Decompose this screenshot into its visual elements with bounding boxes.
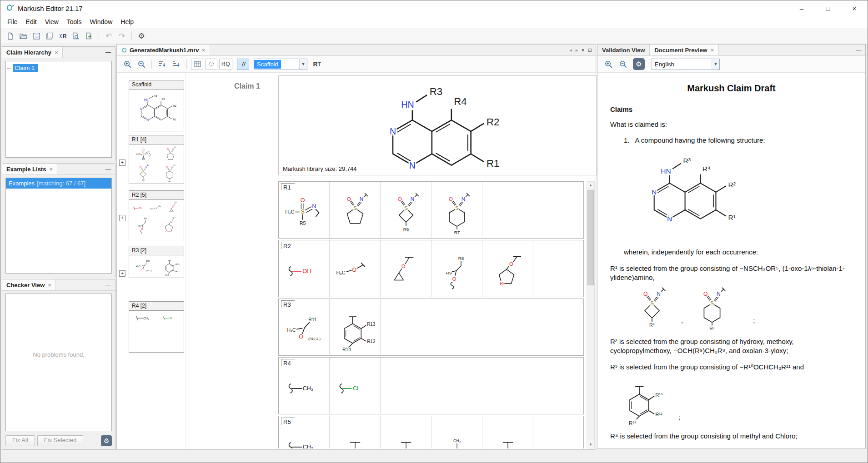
fix-all-button[interactable]: Fix All (5, 435, 35, 446)
minimize-icon[interactable]: — (101, 49, 115, 55)
r1-thumb-thiolane[interactable] (160, 146, 181, 164)
close-icon[interactable]: × (711, 47, 714, 54)
zoom-in-button[interactable] (121, 59, 133, 70)
r3-group-box[interactable]: R3 [2] R13 R12 R14 (129, 246, 184, 278)
r2-expander-button[interactable]: + (119, 215, 125, 221)
tab-scroll-left-icon[interactable]: ◂ (569, 47, 572, 53)
r1-thumb-thiane[interactable]: R7 (159, 164, 180, 182)
menu-window[interactable]: Window (85, 16, 116, 27)
r4-group-box[interactable]: R4 [2] (129, 301, 184, 353)
preview-settings-button[interactable]: ⚙ (633, 58, 645, 70)
freehand-select-toggle[interactable] (205, 59, 217, 70)
preview-zoom-out-button[interactable] (617, 59, 629, 70)
vertical-scrollbar[interactable]: ▲ ▼ (587, 181, 595, 448)
close-button[interactable]: × (841, 0, 868, 16)
scaffold-panel[interactable]: R3 R4 R2 R1 Markush library size: 29,744 (278, 75, 597, 175)
r5-cell-3[interactable] (381, 416, 431, 448)
r5-cell-2[interactable] (330, 416, 381, 448)
r1-cell-thiolane[interactable] (330, 182, 381, 238)
r2-thumb-oxolanyloxy[interactable] (160, 216, 180, 235)
claim-tree-item[interactable]: Claim 1 (7, 64, 110, 72)
close-icon[interactable]: × (49, 166, 53, 173)
r2-group-box[interactable]: R2 [5] (129, 190, 184, 241)
export-button[interactable] (83, 30, 95, 42)
minimize-icon[interactable]: — (101, 166, 115, 172)
tab-scroll-right-icon[interactable]: ▸ (576, 47, 578, 53)
claim-hierarchy-tab[interactable]: Claim Hierarchy × (2, 47, 63, 58)
redo-button[interactable]: ↷ (116, 30, 128, 42)
sort-ascending-button[interactable] (156, 59, 168, 70)
scrollbar-thumb[interactable] (587, 190, 594, 285)
scaffold-structure[interactable]: R3 R4 R2 R1 (370, 79, 506, 191)
close-icon[interactable]: × (48, 282, 51, 289)
save-button[interactable] (30, 30, 42, 42)
menu-file[interactable]: File (3, 16, 22, 27)
document-preview-tab[interactable]: Document Preview × (650, 45, 719, 55)
open-button[interactable] (17, 30, 29, 42)
document-tab[interactable]: GeneratedMarkush1.mrv × (117, 45, 210, 55)
r2-cell-methoxy[interactable] (330, 240, 381, 297)
minimize-icon[interactable]: — (101, 282, 115, 288)
restore-pane-icon[interactable]: ⊡ (588, 47, 592, 53)
r1-thumb-thietane[interactable]: R6 (133, 164, 154, 182)
menu-help[interactable]: Help (116, 16, 138, 27)
minimize-icon[interactable]: — (852, 47, 865, 53)
validation-view-tab[interactable]: Validation View (597, 45, 650, 55)
language-combobox[interactable]: English ▼ (652, 59, 720, 70)
maximize-button[interactable]: □ (815, 0, 841, 16)
rlogic-button[interactable]: R (57, 30, 69, 42)
menu-view[interactable]: View (41, 16, 63, 27)
minimize-button[interactable]: – (788, 0, 815, 16)
scaffold-thumbnail[interactable]: R3 R4 R2 R1 (133, 91, 180, 129)
example-lists-tab[interactable]: Example Lists × (2, 164, 57, 174)
r4-thumb-methyl[interactable] (132, 312, 156, 325)
settings-button[interactable]: ⚙ (135, 30, 147, 42)
r2-cell-oxolanyloxy[interactable] (482, 240, 533, 297)
hide-rlogic-toggle[interactable] (237, 59, 249, 70)
main-area: Claim Hierarchy × — Claim 1 Example List… (2, 44, 866, 461)
r3-cell-benzene[interactable]: R13 R12 R14 (330, 299, 381, 355)
r4-cell-chloro[interactable] (330, 358, 381, 414)
undo-button[interactable]: ↶ (103, 30, 115, 42)
close-icon[interactable]: × (201, 47, 205, 54)
r3-expander-button[interactable]: + (119, 270, 125, 277)
menu-edit[interactable]: Edit (22, 16, 41, 27)
zoom-out-button[interactable] (135, 59, 147, 70)
scroll-up-icon[interactable]: ▲ (587, 182, 594, 189)
sort-descending-button[interactable] (170, 59, 182, 70)
rgroup-definition-button[interactable]: R (309, 59, 321, 70)
close-icon[interactable]: × (55, 49, 58, 56)
checker-view-tab[interactable]: Checker View × (2, 279, 56, 290)
table-view-toggle[interactable] (191, 59, 203, 70)
r5-cell-5[interactable] (482, 416, 533, 448)
rquery-toggle[interactable]: RQ (219, 59, 232, 70)
new-document-button[interactable] (4, 30, 16, 42)
gear-icon: ⚙ (104, 437, 110, 444)
save-all-button[interactable] (44, 30, 55, 42)
r1-expander-button[interactable]: + (119, 159, 125, 166)
r3-thumb-benzene[interactable]: R13 R12 R14 (160, 257, 181, 277)
scroll-down-icon[interactable]: ▼ (587, 441, 594, 448)
tab-list-icon[interactable]: ▾ (582, 47, 584, 53)
r2-thumb-cyclopropylmethoxy[interactable] (166, 201, 182, 216)
r5-cell-4[interactable] (431, 416, 482, 448)
r2-thumb-ochr9r8[interactable] (133, 216, 153, 235)
menu-tools[interactable]: Tools (63, 16, 86, 27)
fix-selected-button[interactable]: Fix Selected (37, 435, 84, 446)
r1-group-box[interactable]: R1 [4] R6 R7 (129, 135, 184, 184)
r2-thumb-methoxy[interactable] (149, 204, 165, 213)
view-source-button[interactable] (70, 30, 82, 42)
examples-list-item[interactable]: Examples[matching: 67 / 67] (6, 178, 111, 189)
r1-cell-thietane[interactable]: R6 (381, 182, 431, 238)
r3-thumb-chain[interactable] (132, 257, 156, 276)
checker-settings-button[interactable]: ⚙ (101, 435, 112, 446)
r2-cell-ochr9r8[interactable] (431, 240, 482, 297)
r4-thumb-chloro[interactable] (160, 312, 181, 325)
scaffold-group-box[interactable]: Scaffold R3 R4 R2 R1 (129, 80, 184, 131)
r2-thumb-hydroxy[interactable] (131, 204, 147, 213)
r1-cell-thiane[interactable]: R7 (431, 182, 482, 238)
preview-zoom-in-button[interactable] (602, 59, 614, 70)
r1-thumb-sulfoximine[interactable] (132, 146, 156, 164)
r2-cell-cyclopropylmethoxy[interactable] (381, 240, 431, 297)
view-mode-combobox[interactable]: Scaffold ▼ (254, 59, 307, 70)
